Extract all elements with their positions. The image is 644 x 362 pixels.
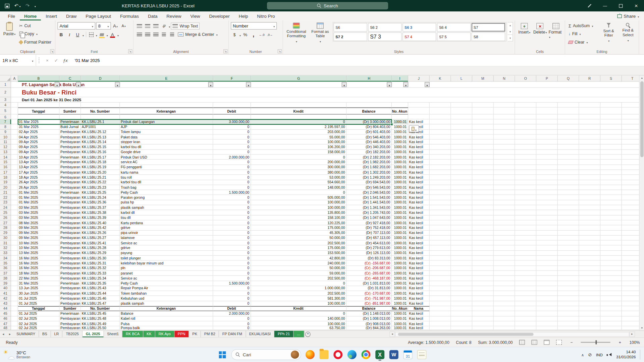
cell-p21[interactable] [536,190,558,195]
cell-b10[interactable]: 04 Apr 2025 [18,134,60,139]
cell-i26[interactable]: 1000.01 [392,215,408,220]
cell-m4[interactable] [472,103,494,108]
cell-j10[interactable]: Kas kecil [408,134,430,139]
cell-n7[interactable] [494,119,515,124]
cell-r21[interactable] [579,190,601,195]
cell-d48[interactable]: KK.LSBU.25.50 [81,326,120,330]
cell-i31[interactable]: 1000.01 [392,241,408,246]
cell-m36[interactable] [472,266,494,271]
row-header-9[interactable]: 9 [0,129,11,134]
cell-d9[interactable]: KK.LSBU.25.12 [81,129,120,134]
cell-d17[interactable]: KK.LSBU.25.20 [81,170,120,175]
cell-a6[interactable] [11,115,18,120]
save-button[interactable] [5,3,9,8]
cell-s27[interactable] [600,220,622,225]
row-header-22[interactable]: 22 [0,195,11,200]
cell-m45[interactable] [472,311,494,316]
cell-j34[interactable]: Kas kecil [408,256,430,261]
cell-c7[interactable]: Penerimaan [60,119,81,124]
cell-k37[interactable] [430,271,451,276]
column-header-f[interactable]: F [213,75,251,81]
cell-style-s7-5[interactable]: S7 5 [437,33,471,41]
taskbar-calendar-button[interactable] [402,349,414,361]
taskbar-firefox-button[interactable] [304,349,316,361]
cell-n45[interactable] [494,311,515,316]
cell-b23[interactable]: 01 Mei 2025 [18,200,60,205]
cell-e33[interactable]: payung [120,251,213,256]
cell-a16[interactable] [11,165,18,170]
cell-c42[interactable]: Pembayaran [60,296,81,301]
sheet-nav-right-arrow[interactable] [7,331,13,338]
cell-n15[interactable] [494,160,515,165]
cell-k31[interactable] [430,241,451,246]
cell-j42[interactable]: Kas kecil [408,296,430,301]
cell-f44[interactable]: Debit [213,306,251,311]
align-left-button[interactable] [136,31,143,38]
row-header-43[interactable]: 43 [0,301,11,306]
cell-o15[interactable] [515,160,537,165]
cell-i34[interactable]: 1000.01 [392,256,408,261]
cell-h25[interactable]: (Dr) 1.205.743,00 [346,210,392,215]
cell-j31[interactable]: Kas kecil [408,241,430,246]
cell-g5[interactable]: Kredit [251,108,346,115]
cell-j4[interactable] [408,103,430,108]
cell-p16[interactable] [536,165,558,170]
cell-c32[interactable]: Pembayaran [60,246,81,251]
scroll-up-arrow[interactable] [640,75,644,80]
cell-j35[interactable]: Kas kecil [408,261,430,266]
gallery-more-button[interactable] [508,35,513,41]
cell-j30[interactable]: Kas kecil [408,236,430,241]
cell-t25[interactable] [622,210,639,215]
cell-m48[interactable] [472,326,494,330]
cell-a21[interactable] [11,190,18,195]
column-header-t[interactable]: T [622,75,639,81]
cell-a9[interactable] [11,129,18,134]
cell-s5[interactable] [600,108,622,115]
row-header-10[interactable]: 10 [0,134,11,139]
cell-m19[interactable] [472,180,494,185]
cell-e9[interactable]: Token lampu [120,129,213,134]
cell-g28[interactable]: 175.000,00 [251,226,346,231]
cell-o22[interactable] [515,195,537,200]
cell-g40[interactable]: 1.000.000,00 [251,286,346,291]
cell-f24[interactable]: 0 [213,205,251,210]
cell-s36[interactable] [600,266,622,271]
cell-c33[interactable]: Pembayaran [60,251,81,256]
cell-h40[interactable]: (Dr) 31.813,00 [346,286,392,291]
cell-k23[interactable] [430,200,451,205]
cell-a36[interactable] [11,266,18,271]
cell-k46[interactable] [430,316,451,321]
cell-p22[interactable] [536,195,558,200]
align-center-button[interactable] [144,31,151,38]
zoom-in-button[interactable] [617,340,623,344]
cell-n24[interactable] [494,205,515,210]
cell-n44[interactable] [494,306,515,311]
row-header-29[interactable]: 29 [0,231,11,236]
cell-c11[interactable]: Pembayaran [60,140,81,145]
cell-t40[interactable] [622,286,639,291]
cell-c31[interactable]: Pembayaran [60,241,81,246]
cell-k17[interactable] [430,170,451,175]
row-header-36[interactable]: 36 [0,266,11,271]
cell-s34[interactable] [600,256,622,261]
cell-c24[interactable]: Pembayaran [60,205,81,210]
row-header-23[interactable]: 23 [0,200,11,205]
start-button[interactable] [216,349,228,361]
cell-l45[interactable] [451,311,472,316]
cell-d28[interactable]: KK.LSBU.25.42 [81,226,120,231]
cell-m31[interactable] [472,241,494,246]
cell-p18[interactable] [536,175,558,180]
cell-r7[interactable] [579,119,601,124]
row-header-42[interactable]: 42 [0,296,11,301]
sort-filter-button[interactable]: Sort & Filter [600,22,618,43]
cell-b35[interactable]: 16 Mei 2025 [18,261,60,266]
cell-f9[interactable]: 0 [213,129,251,134]
cell-h15[interactable]: (Dr) 1.982.203,00 [346,160,392,165]
cell-a26[interactable] [11,215,18,220]
cell-h38[interactable]: (Cr) -468.187,00 [346,276,392,281]
cell-d12[interactable]: KK.LSBU.25.15 [81,145,120,150]
cell-q27[interactable] [558,220,579,225]
column-header-n[interactable]: N [494,75,515,81]
cell-f40[interactable]: 0 [213,286,251,291]
cell-h43[interactable]: (Cr) -851.987,00 [346,301,392,306]
